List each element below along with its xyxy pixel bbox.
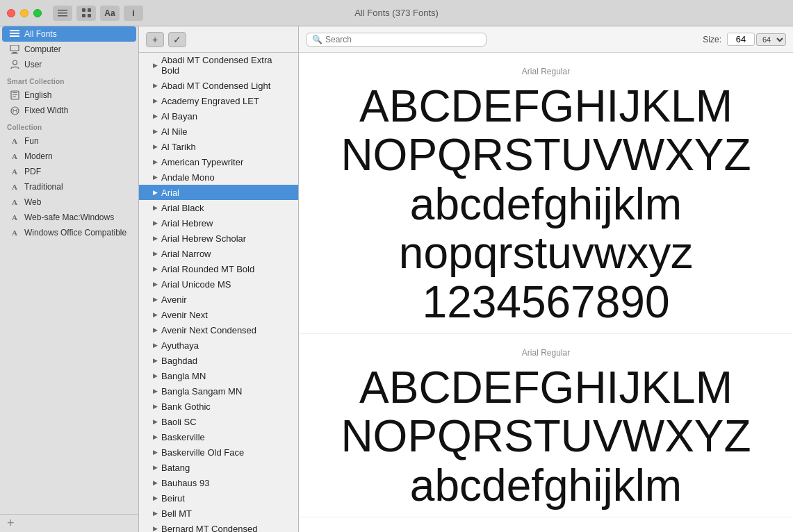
sidebar-item-computer[interactable]: Computer: [2, 42, 136, 57]
font-expand-arrow: ▶: [153, 143, 158, 150]
font-name-label: Avenir Next: [161, 310, 208, 320]
font-list-item[interactable]: ▶American Typewriter: [139, 154, 298, 169]
font-expand-arrow: ▶: [153, 62, 158, 69]
font-name-label: Al Tarikh: [161, 142, 196, 152]
font-name-label: Arial Hebrew: [161, 218, 213, 228]
font-preview-block: Arial RegularABCDEFGHIJKLMNOPQRSTUVWXYZa…: [299, 334, 793, 517]
font-list-item[interactable]: ▶Arial Hebrew: [139, 215, 298, 231]
font-list-item[interactable]: ▶Al Bayan: [139, 108, 298, 124]
font-list-item[interactable]: ▶Abadi MT Condensed Light: [139, 78, 298, 93]
add-font-button[interactable]: +: [146, 32, 164, 47]
window-title: All Fonts (373 Fonts): [354, 8, 439, 18]
search-input[interactable]: [325, 35, 480, 44]
check-font-button[interactable]: ✓: [168, 32, 186, 47]
font-list-item[interactable]: ▶Al Nile: [139, 124, 298, 139]
sidebar-item-user[interactable]: User: [2, 57, 136, 72]
font-list-item[interactable]: ▶Ayuthaya: [139, 338, 298, 353]
font-list-item[interactable]: ▶Al Tarikh: [139, 139, 298, 154]
font-list-item[interactable]: ▶Andale Mono: [139, 169, 298, 185]
font-list-item[interactable]: ▶Baskerville Old Face: [139, 444, 298, 460]
font-list-item[interactable]: ▶Arial Unicode MS: [139, 276, 298, 292]
font-name-label: Arial Rounded MT Bold: [161, 264, 254, 274]
windows-office-label: Windows Office Compatible: [24, 228, 126, 238]
font-expand-arrow: ▶: [153, 357, 158, 364]
font-preview-line: 1234567890: [320, 278, 772, 326]
font-list-item[interactable]: ▶Avenir: [139, 292, 298, 307]
font-list-toolbar: + ✓: [139, 26, 298, 53]
font-list-item[interactable]: ▶Bangla Sangam MN: [139, 383, 298, 399]
all-fonts-label: All Fonts: [24, 29, 57, 39]
menu-icon[interactable]: [53, 6, 72, 21]
svg-rect-10: [10, 45, 19, 51]
font-expand-arrow: ▶: [153, 204, 158, 211]
font-list-item[interactable]: ▶Bauhaus 93: [139, 475, 298, 490]
svg-rect-11: [13, 52, 17, 53]
font-list-item[interactable]: ▶Baoli SC: [139, 414, 298, 429]
size-input[interactable]: [727, 33, 755, 46]
font-list-item[interactable]: ▶Arial Black: [139, 200, 298, 215]
search-box[interactable]: 🔍: [306, 33, 487, 47]
sidebar-item-traditional[interactable]: A Traditional: [2, 179, 136, 194]
font-list-item[interactable]: ▶Arial Hebrew Scholar: [139, 231, 298, 246]
sidebar-item-web[interactable]: A Web: [2, 194, 136, 210]
font-name-label: Arial: [161, 188, 179, 198]
font-expand-arrow: ▶: [153, 158, 158, 165]
sidebar-item-english[interactable]: English: [2, 88, 136, 103]
close-button[interactable]: [7, 9, 15, 17]
svg-rect-16: [13, 94, 17, 95]
svg-rect-8: [10, 33, 19, 34]
font-name-label: Al Bayan: [161, 111, 197, 122]
font-expand-arrow: ▶: [153, 433, 158, 440]
font-list-item[interactable]: ▶Arial Rounded MT Bold: [139, 261, 298, 276]
font-list-item[interactable]: ▶Bernard MT Condensed: [139, 521, 298, 532]
svg-rect-1: [58, 13, 67, 14]
sidebar-item-web-safe[interactable]: A Web-safe Mac:Windows: [2, 210, 136, 225]
sidebar-item-pdf[interactable]: A PDF: [2, 164, 136, 179]
sidebar-add-icon: +: [7, 516, 15, 531]
info-icon[interactable]: i: [124, 6, 143, 21]
size-dropdown[interactable]: 64 12 18 24 36 48 72: [756, 33, 786, 46]
font-list-item[interactable]: ▶Arial: [139, 185, 298, 200]
font-list-item[interactable]: ▶Baskerville: [139, 429, 298, 444]
sidebar-add-button[interactable]: +: [0, 514, 138, 532]
font-list-item[interactable]: ▶Avenir Next Condensed: [139, 322, 298, 338]
check-icon: ✓: [173, 34, 181, 45]
font-list-item[interactable]: ▶Beirut: [139, 490, 298, 506]
sidebar-item-windows-office[interactable]: A Windows Office Compatible: [2, 225, 136, 240]
sidebar-item-modern[interactable]: A Modern: [2, 149, 136, 164]
font-preview-block-name: Arial Regular: [320, 348, 772, 358]
maximize-button[interactable]: [33, 9, 42, 17]
font-list-item[interactable]: ▶Baghdad: [139, 353, 298, 368]
svg-rect-17: [13, 97, 16, 97]
font-list-item[interactable]: ▶Academy Engraved LET: [139, 93, 298, 108]
font-list-item[interactable]: ▶Arial Narrow: [139, 246, 298, 261]
font-list-item[interactable]: ▶Batang: [139, 460, 298, 475]
computer-label: Computer: [24, 44, 61, 54]
font-list-item[interactable]: ▶Avenir Next: [139, 307, 298, 322]
preview-scroll[interactable]: Arial RegularABCDEFGHIJKLMNOPQRSTUVWXYZa…: [299, 53, 793, 532]
font-expand-arrow: ▶: [153, 372, 158, 379]
sidebar-item-fun[interactable]: A Fun: [2, 133, 136, 149]
font-expand-arrow: ▶: [153, 311, 158, 318]
sidebar: All Fonts Computer User Smart Collectio: [0, 26, 139, 532]
font-preview-icon[interactable]: Aa: [100, 6, 120, 21]
svg-rect-15: [13, 92, 17, 93]
font-list-item[interactable]: ▶Bell MT: [139, 506, 298, 521]
web-label: Web: [24, 197, 41, 207]
font-expand-arrow: ▶: [153, 82, 158, 89]
font-list-item[interactable]: ▶Bangla MN: [139, 368, 298, 383]
font-list-scroll[interactable]: ▶Abadi MT Condensed Extra Bold▶Abadi MT …: [139, 53, 298, 532]
font-expand-arrow: ▶: [153, 219, 158, 226]
font-list-item[interactable]: ▶Abadi MT Condensed Extra Bold: [139, 53, 298, 78]
font-name-label: Bangla MN: [161, 371, 206, 381]
font-expand-arrow: ▶: [153, 510, 158, 517]
grid-icon[interactable]: [76, 6, 96, 21]
font-expand-arrow: ▶: [153, 418, 158, 425]
sidebar-item-fixed-width[interactable]: Fixed Width: [2, 103, 136, 118]
font-expand-arrow: ▶: [153, 128, 158, 135]
font-list-item[interactable]: ▶Bank Gothic: [139, 399, 298, 414]
font-name-label: Batang: [161, 463, 190, 473]
fun-icon: A: [9, 135, 20, 147]
sidebar-item-all-fonts[interactable]: All Fonts: [2, 26, 136, 42]
minimize-button[interactable]: [20, 9, 28, 17]
